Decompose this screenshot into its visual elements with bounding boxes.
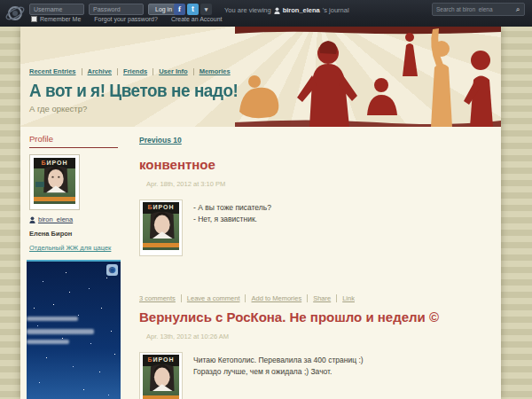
nav-memories[interactable]: Memories [200,67,231,75]
sidebar-username-link[interactable]: biron_elena [38,215,73,223]
entry-body: Читаю Кетополис. Перевалила за 400 стран… [193,352,364,399]
permalink-link[interactable]: Link [342,294,355,302]
extra-journal-link[interactable]: Отдельный ЖЖ для цацек [29,244,111,252]
journal-search: ⌕ [432,3,525,16]
livejournal-logo-icon[interactable] [4,3,26,24]
more-login-options-dropdown[interactable]: ▾ [200,4,212,15]
bookcover-tag [35,182,44,187]
topbar-second-row: Remember Me Forgot your password? Create… [31,16,222,22]
entry-title[interactable]: Вернулись с РосКона. Не прошло и недели … [139,309,489,325]
profile-heading: Profile [29,134,118,148]
username-input[interactable] [29,4,84,15]
nav-friends[interactable]: Friends [123,67,147,75]
previous-10-link[interactable]: Previous 10 [139,136,182,145]
header-beach-artwork [235,27,501,127]
facebook-icon[interactable]: f [174,4,185,15]
bookcover-stripe [143,243,179,247]
share-link[interactable]: Share [313,294,331,302]
comments-link[interactable]: 3 comments [139,294,176,302]
journal-nav: Recent Entries Archive Friends User Info… [29,67,262,75]
create-account-link[interactable]: Create an Account [171,16,223,22]
viewing-status: You are viewing biron_elena 's journal [224,6,349,14]
bookcover-face [149,364,176,395]
search-input[interactable] [433,6,512,12]
nav-divider [82,68,82,75]
journal-title: А вот и я! Цветов не надо! [29,80,238,101]
add-to-memories-link[interactable]: Add to Memories [251,294,301,302]
remember-me-checkbox[interactable] [31,16,37,22]
user-icon [274,7,280,14]
journal-entry: Вернулись с РосКона. Не прошло и недели … [139,309,489,399]
display-name: Елена Бирон [29,230,125,238]
entry-meta-links: 3 comments Leave a comment Add to Memori… [139,294,489,302]
nav-divider [117,68,118,75]
sidebar-ad-banner[interactable]: ◉ [27,260,121,399]
bookcover-stripe [34,197,75,201]
userpic-bookcover: БИРОН [143,355,179,399]
entry-line: - А вы тоже писатель? [193,202,271,214]
forgot-password-link[interactable]: Forgot your password? [94,16,158,22]
nav-divider [153,68,153,75]
journal-entry: конвентное Apr. 18th, 2012 at 3:10 PM БИ… [139,157,489,302]
entries-column: Previous 10 конвентное Apr. 18th, 2012 a… [125,127,501,399]
leave-comment-link[interactable]: Leave a comment [187,294,240,302]
journal-header: Recent Entries Archive Friends User Info… [20,27,501,127]
lj-user-icon [29,216,35,223]
userpic-bookcover: БИРОН [34,158,75,204]
remember-me-checkbox-label[interactable]: Remember Me [31,16,81,22]
entry-line: - Нет, я завистник. [193,214,271,225]
nav-archive[interactable]: Archive [88,67,113,75]
entry-userpic[interactable]: БИРОН [139,352,183,399]
profile-userpic[interactable]: БИРОН [29,154,80,210]
ad-text-blur [27,329,94,334]
journal-subtitle: А где оркестр? [29,104,262,113]
ad-text-blur [27,340,69,344]
entry-date: Apr. 13th, 2012 at 10:26 AM [146,332,489,340]
entry-line: Гораздо лучше, чем я ожидала ;) Зачот. [193,366,364,378]
search-icon[interactable]: ⌕ [512,5,524,14]
entry-body: - А вы тоже писатель? - Нет, я завистник… [193,200,271,256]
ad-stars [27,262,27,262]
profile-sidebar: Profile БИРОН [20,127,125,399]
header-text-block: Recent Entries Archive Friends User Info… [29,67,262,113]
nav-divider [193,68,194,75]
twitter-icon[interactable]: t [187,4,199,15]
bookcover-stripe [143,395,179,399]
entry-userpic[interactable]: БИРОН [139,200,183,256]
ad-text-blur [27,317,78,321]
site-topbar: Log in f t ▾ Remember Me Forgot your pas… [0,0,532,27]
viewing-username-link[interactable]: biron_elena [283,6,320,14]
ad-logo-icon: ◉ [106,264,118,276]
bookcover-face [149,212,176,243]
password-input[interactable] [89,4,144,15]
nav-user-info[interactable]: User Info [159,67,188,75]
userpic-bookcover: БИРОН [143,202,179,250]
entry-line: Читаю Кетополис. Перевалила за 400 стран… [193,355,364,366]
entry-date: Apr. 18th, 2012 at 3:10 PM [146,180,489,188]
bookcover-face [41,167,71,196]
journal-page: Recent Entries Archive Friends User Info… [20,27,501,399]
nav-recent-entries[interactable]: Recent Entries [29,67,76,75]
entry-title[interactable]: конвентное [139,157,489,172]
